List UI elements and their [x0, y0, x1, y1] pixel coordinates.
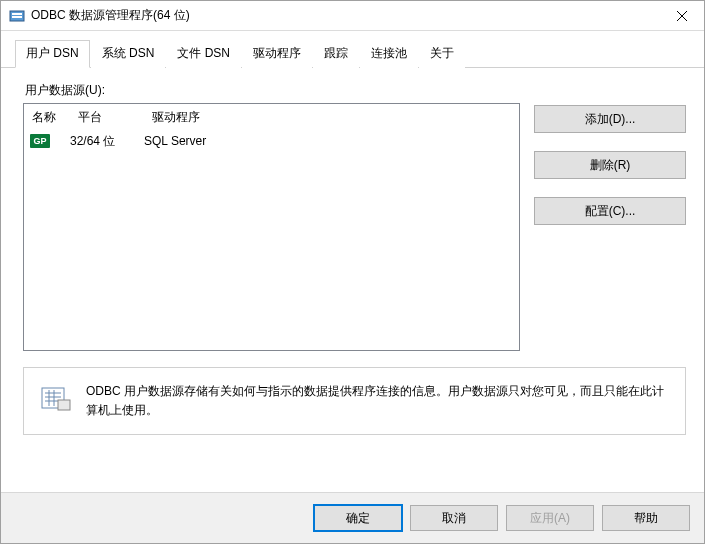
tab-user-dsn[interactable]: 用户 DSN	[15, 40, 90, 68]
tab-content: 用户数据源(U): 名称 平台 驱动程序 GP 32/64 位 SQL Serv…	[1, 68, 704, 492]
apply-button[interactable]: 应用(A)	[506, 505, 594, 531]
dsn-list-label: 用户数据源(U):	[25, 82, 686, 99]
svg-rect-1	[12, 13, 22, 15]
tab-pooling[interactable]: 连接池	[360, 40, 418, 68]
tab-tracing[interactable]: 跟踪	[313, 40, 359, 68]
dsn-list[interactable]: 名称 平台 驱动程序 GP 32/64 位 SQL Server	[23, 103, 520, 351]
close-button[interactable]	[659, 1, 704, 31]
dsn-icon: GP	[30, 134, 50, 148]
info-text: ODBC 用户数据源存储有关如何与指示的数据提供程序连接的信息。用户数据源只对您…	[86, 382, 669, 420]
help-button[interactable]: 帮助	[602, 505, 690, 531]
tab-system-dsn[interactable]: 系统 DSN	[91, 40, 166, 68]
configure-button[interactable]: 配置(C)...	[534, 197, 686, 225]
column-platform[interactable]: 平台	[70, 104, 144, 131]
datasource-icon	[40, 382, 72, 414]
odbc-admin-window: ODBC 数据源管理程序(64 位) 用户 DSN 系统 DSN 文件 DSN …	[0, 0, 705, 544]
add-button[interactable]: 添加(D)...	[534, 105, 686, 133]
column-name[interactable]: 名称	[24, 104, 70, 131]
dsn-platform: 32/64 位	[70, 133, 144, 150]
app-icon	[9, 8, 25, 24]
cancel-button[interactable]: 取消	[410, 505, 498, 531]
list-item[interactable]: GP 32/64 位 SQL Server	[24, 131, 519, 151]
tab-file-dsn[interactable]: 文件 DSN	[166, 40, 241, 68]
remove-button[interactable]: 删除(R)	[534, 151, 686, 179]
svg-rect-2	[12, 16, 22, 18]
dsn-driver: SQL Server	[144, 134, 519, 148]
column-driver[interactable]: 驱动程序	[144, 104, 519, 131]
window-title: ODBC 数据源管理程序(64 位)	[31, 7, 659, 24]
list-header: 名称 平台 驱动程序	[24, 104, 519, 131]
tab-strip: 用户 DSN 系统 DSN 文件 DSN 驱动程序 跟踪 连接池 关于	[1, 31, 704, 68]
dialog-button-row: 确定 取消 应用(A) 帮助	[1, 492, 704, 543]
tab-drivers[interactable]: 驱动程序	[242, 40, 312, 68]
titlebar: ODBC 数据源管理程序(64 位)	[1, 1, 704, 31]
svg-rect-9	[58, 400, 70, 410]
ok-button[interactable]: 确定	[314, 505, 402, 531]
side-buttons: 添加(D)... 删除(R) 配置(C)...	[534, 103, 686, 351]
tab-about[interactable]: 关于	[419, 40, 465, 68]
info-panel: ODBC 用户数据源存储有关如何与指示的数据提供程序连接的信息。用户数据源只对您…	[23, 367, 686, 435]
